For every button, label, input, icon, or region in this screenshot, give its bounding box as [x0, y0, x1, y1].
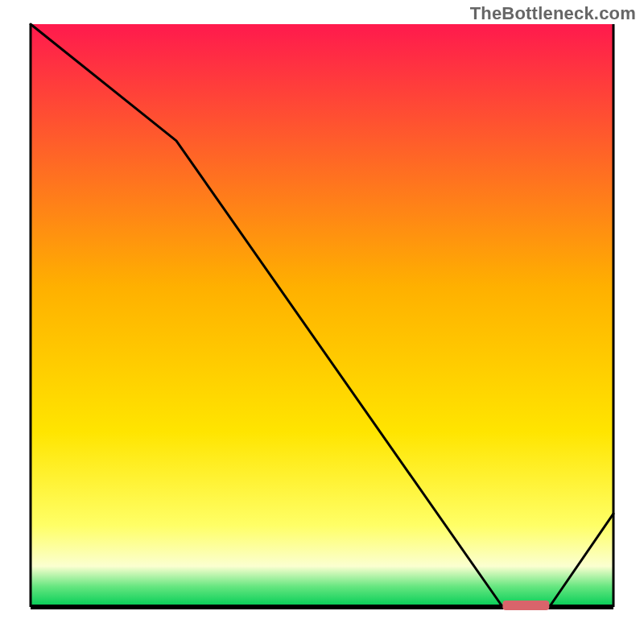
optimal-marker	[502, 601, 549, 610]
chart-svg	[0, 0, 644, 644]
chart-frame: TheBottleneck.com	[0, 0, 644, 644]
plot-background	[31, 24, 613, 607]
